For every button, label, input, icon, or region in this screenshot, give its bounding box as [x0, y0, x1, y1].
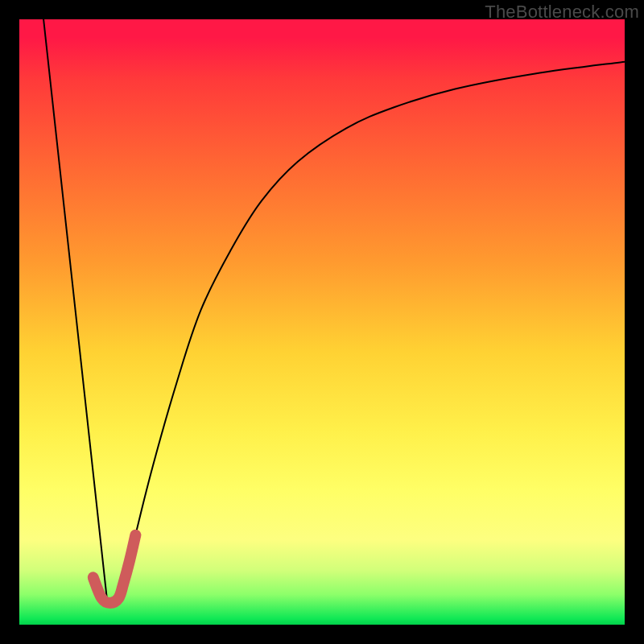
series-left-line — [43, 19, 107, 601]
watermark-text: TheBottleneck.com — [485, 2, 639, 23]
series-right-curve — [122, 62, 625, 595]
chart-frame — [19, 19, 625, 625]
chart-plot — [19, 19, 625, 625]
series-hook-accent — [93, 535, 136, 603]
